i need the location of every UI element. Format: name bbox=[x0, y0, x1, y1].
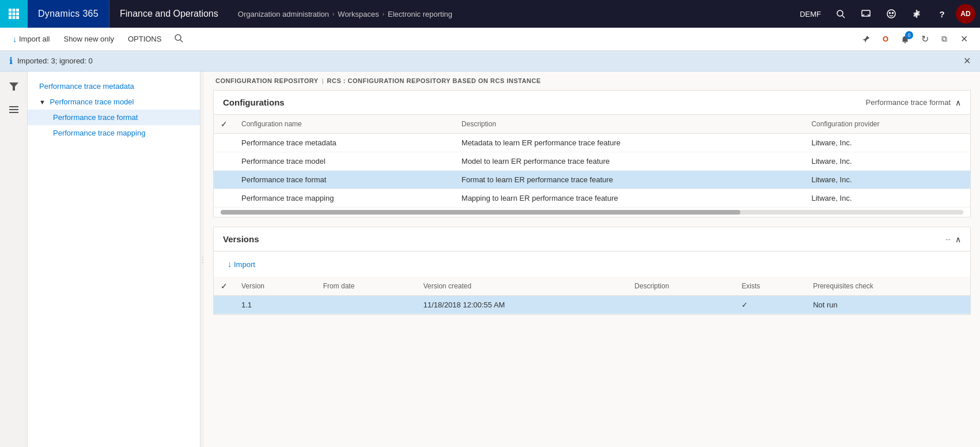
office-icon[interactable]: O bbox=[876, 30, 895, 48]
svg-point-15 bbox=[175, 35, 181, 40]
configurations-card-header-right: Performance trace format ∧ bbox=[866, 98, 961, 107]
ver-row-from-date bbox=[316, 296, 417, 314]
action-bar: ↓ Import all Show new only OPTIONS O 0 ↻… bbox=[0, 28, 980, 51]
notification-count: 0 bbox=[905, 31, 913, 39]
tree-item-label: Performance trace format bbox=[53, 113, 138, 122]
table-row[interactable]: 1.1 11/18/2018 12:00:55 AM ✓ Not run bbox=[214, 296, 970, 314]
left-icon-bar bbox=[0, 72, 28, 447]
svg-line-16 bbox=[180, 40, 183, 42]
row-description: Model to learn ER performance trace feat… bbox=[455, 152, 804, 171]
versions-header-actions: -- ∧ bbox=[945, 235, 961, 244]
svg-rect-19 bbox=[9, 109, 18, 110]
col-header-name[interactable]: Configuration name bbox=[234, 115, 455, 134]
import-all-button[interactable]: ↓ Import all bbox=[7, 32, 55, 46]
col-header-check: ✓ bbox=[214, 115, 234, 134]
message-icon[interactable] bbox=[854, 2, 877, 25]
module-name: Finance and Operations bbox=[109, 0, 229, 28]
versions-dash: -- bbox=[945, 235, 951, 243]
configurations-selected-label: Performance trace format bbox=[866, 98, 951, 107]
tree-item-label: Performance trace mapping bbox=[53, 129, 145, 137]
app-name-label: Dynamics 365 bbox=[38, 9, 99, 19]
configurations-card: Configurations Performance trace format … bbox=[213, 90, 971, 217]
tree-item-perf-trace-format[interactable]: Performance trace format bbox=[28, 110, 200, 125]
row-name: Performance trace model bbox=[234, 152, 455, 171]
svg-rect-0 bbox=[9, 9, 12, 12]
row-provider: Litware, Inc. bbox=[804, 171, 970, 189]
versions-card-header: Versions -- ∧ bbox=[214, 227, 970, 251]
svg-rect-18 bbox=[9, 106, 18, 107]
ver-col-header-version-created[interactable]: Version created bbox=[417, 277, 628, 296]
versions-collapse-button[interactable]: ∧ bbox=[955, 235, 961, 244]
svg-rect-5 bbox=[16, 13, 19, 16]
row-name: Performance trace format bbox=[234, 171, 455, 189]
table-row[interactable]: Performance trace model Model to learn E… bbox=[214, 152, 970, 171]
info-close-button[interactable]: ✕ bbox=[963, 55, 971, 66]
svg-rect-2 bbox=[16, 9, 19, 12]
tree-item-perf-trace-model[interactable]: ▼ Performance trace model bbox=[28, 94, 200, 110]
action-search-icon[interactable] bbox=[174, 33, 183, 43]
options-label: OPTIONS bbox=[128, 35, 162, 43]
svg-rect-7 bbox=[13, 16, 16, 19]
help-icon[interactable]: ? bbox=[930, 2, 953, 25]
row-provider: Litware, Inc. bbox=[804, 189, 970, 208]
grid-icon[interactable] bbox=[0, 0, 28, 28]
ver-row-version-created: 11/18/2018 12:00:55 AM bbox=[417, 296, 628, 314]
close-icon[interactable]: ✕ bbox=[955, 30, 973, 48]
svg-rect-4 bbox=[13, 13, 16, 16]
svg-point-9 bbox=[837, 10, 843, 16]
avatar[interactable]: AD bbox=[956, 4, 975, 24]
ver-col-header-version[interactable]: Version bbox=[234, 277, 316, 296]
col-header-description[interactable]: Description bbox=[455, 115, 804, 134]
breadcrumb-workspaces[interactable]: Workspaces bbox=[338, 10, 379, 18]
breadcrumb-chevron-2: › bbox=[383, 11, 384, 17]
import-button[interactable]: ↓ Import bbox=[223, 257, 260, 271]
refresh-icon[interactable]: ↻ bbox=[915, 30, 934, 48]
show-new-only-label: Show new only bbox=[63, 35, 113, 43]
env-label: DEMF bbox=[794, 10, 827, 18]
notification-bell[interactable]: 0 bbox=[896, 30, 914, 48]
tree-item-perf-trace-mapping[interactable]: Performance trace mapping bbox=[28, 125, 200, 141]
versions-toolbar: ↓ Import bbox=[214, 251, 970, 277]
content-area: CONFIGURATION REPOSITORY | RCS : CONFIGU… bbox=[204, 72, 980, 447]
show-new-only-button[interactable]: Show new only bbox=[58, 32, 119, 46]
breadcrumb-org[interactable]: Organization administration bbox=[238, 10, 329, 18]
row-description: Metadata to learn ER performance trace f… bbox=[455, 134, 804, 152]
content-breadcrumb: CONFIGURATION REPOSITORY | RCS : CONFIGU… bbox=[204, 72, 980, 90]
svg-point-14 bbox=[892, 13, 894, 14]
table-row[interactable]: Performance trace format Format to learn… bbox=[214, 171, 970, 189]
hamburger-icon[interactable] bbox=[3, 99, 24, 120]
ver-col-header-description[interactable]: Description bbox=[627, 277, 735, 296]
table-row[interactable]: Performance trace metadata Metadata to l… bbox=[214, 134, 970, 152]
configurations-card-title: Configurations bbox=[223, 97, 866, 107]
ver-row-check bbox=[214, 296, 234, 314]
versions-card: Versions -- ∧ ↓ Import ✓ Version From da bbox=[213, 227, 971, 315]
svg-rect-3 bbox=[9, 13, 12, 16]
face-icon[interactable] bbox=[880, 2, 903, 25]
svg-rect-1 bbox=[13, 9, 16, 12]
search-icon[interactable] bbox=[829, 2, 852, 25]
row-check bbox=[214, 134, 234, 152]
window-icon[interactable]: ⧉ bbox=[935, 30, 953, 48]
configurations-collapse-button[interactable]: ∧ bbox=[955, 98, 961, 107]
info-banner: ℹ Imported: 3; ignored: 0 ✕ bbox=[0, 51, 980, 72]
breadcrumb-chevron-1: › bbox=[332, 11, 334, 17]
row-name: Performance trace metadata bbox=[234, 134, 455, 152]
import-all-label: Import all bbox=[19, 35, 50, 43]
settings-icon[interactable] bbox=[905, 2, 928, 25]
top-nav: Dynamics 365 Finance and Operations Orga… bbox=[0, 0, 980, 28]
ver-col-header-prereq[interactable]: Prerequisites check bbox=[806, 277, 970, 296]
tree-item-perf-trace-metadata[interactable]: Performance trace metadata bbox=[28, 78, 200, 94]
breadcrumb-electronic-reporting[interactable]: Electronic reporting bbox=[388, 10, 452, 18]
svg-point-13 bbox=[890, 13, 891, 14]
options-button[interactable]: OPTIONS bbox=[122, 32, 168, 46]
ver-col-header-from-date[interactable]: From date bbox=[316, 277, 417, 296]
table-row[interactable]: Performance trace mapping Mapping to lea… bbox=[214, 189, 970, 208]
ver-row-description bbox=[627, 296, 735, 314]
horizontal-scrollbar[interactable] bbox=[214, 208, 970, 217]
filter-icon[interactable] bbox=[3, 76, 24, 97]
crumb-rcs: RCS : CONFIGURATION REPOSITORY BASED ON … bbox=[327, 77, 541, 84]
ver-col-header-exists[interactable]: Exists bbox=[735, 277, 806, 296]
pin-icon[interactable] bbox=[857, 30, 875, 48]
breadcrumb: Organization administration › Workspaces… bbox=[229, 10, 794, 18]
col-header-provider[interactable]: Configuration provider bbox=[804, 115, 970, 134]
